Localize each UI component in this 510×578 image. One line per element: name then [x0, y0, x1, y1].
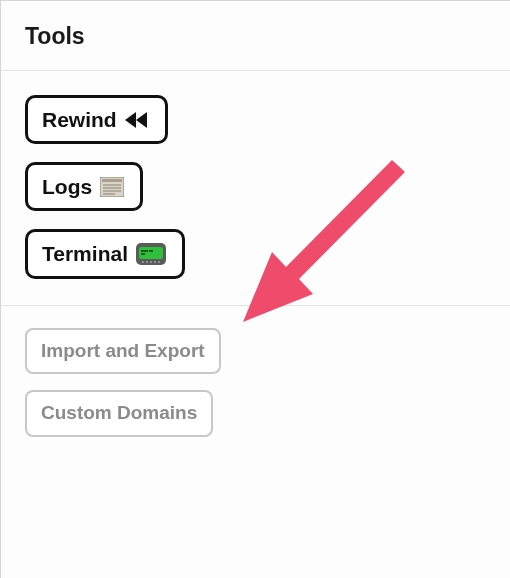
import-export-label: Import and Export — [41, 340, 205, 363]
logs-button[interactable]: Logs — [25, 162, 143, 211]
custom-domains-label: Custom Domains — [41, 402, 197, 425]
page-title: Tools — [25, 23, 486, 50]
logs-button-label: Logs — [42, 174, 92, 199]
terminal-button[interactable]: Terminal — [25, 229, 185, 278]
terminal-icon — [136, 243, 166, 265]
primary-tools-section: Rewind Logs Te — [1, 71, 510, 306]
terminal-button-label: Terminal — [42, 241, 128, 266]
svg-point-15 — [158, 261, 160, 263]
svg-point-11 — [142, 261, 144, 263]
svg-point-12 — [146, 261, 148, 263]
custom-domains-button[interactable]: Custom Domains — [25, 390, 213, 437]
secondary-tools-section: Import and Export Custom Domains — [1, 306, 510, 460]
rewind-button[interactable]: Rewind — [25, 95, 168, 144]
import-export-button[interactable]: Import and Export — [25, 328, 221, 375]
svg-point-14 — [154, 261, 156, 263]
rewind-button-label: Rewind — [42, 107, 117, 132]
rewind-icon — [125, 111, 149, 129]
svg-rect-1 — [102, 179, 122, 182]
svg-rect-8 — [141, 250, 148, 252]
panel-header: Tools — [1, 1, 510, 71]
svg-point-13 — [150, 261, 152, 263]
svg-rect-9 — [149, 250, 153, 252]
svg-rect-10 — [141, 253, 145, 255]
logs-icon — [100, 177, 124, 197]
tools-panel: Tools Rewind Logs — [0, 0, 510, 578]
